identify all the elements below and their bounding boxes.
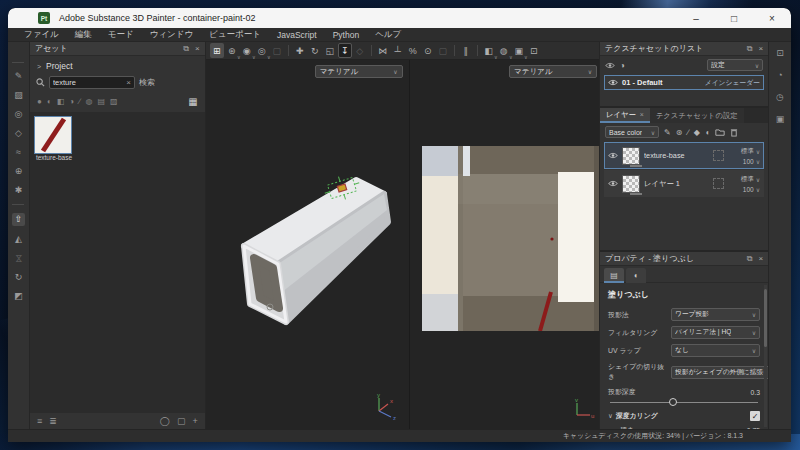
menu-viewport[interactable]: ビューポート (201, 29, 269, 41)
viewport-2d[interactable]: マテリアル ∨ (410, 60, 599, 429)
smudge-tool-icon[interactable]: ≈ (12, 147, 25, 158)
tangent-wrap-icon[interactable]: % (406, 43, 420, 58)
layer-mask-slot[interactable] (713, 150, 724, 161)
viewport-3d[interactable]: マテリアル ∨ (206, 60, 410, 429)
stamp-icon[interactable]: ⊛ (676, 128, 683, 137)
opacity-dropdown[interactable]: 100∨ (743, 186, 760, 193)
filter-textures-icon[interactable]: ▨ (110, 97, 118, 106)
texture-set-row[interactable]: 01 - Default メインシェーダー (604, 75, 764, 90)
apply-projection-icon[interactable]: ↧ (338, 43, 352, 58)
depth-culling-checkbox[interactable]: ✓ (750, 411, 760, 421)
shader-settings-icon[interactable]: ◔ (774, 70, 787, 81)
menu-javascript[interactable]: JavaScript (269, 30, 325, 40)
assets-project-row[interactable]: > Project (30, 56, 205, 74)
detail-view-icon[interactable]: ≣ (49, 416, 57, 426)
eye-icon[interactable] (605, 62, 615, 69)
asset-tile[interactable]: texture-base (34, 116, 76, 161)
popout-icon[interactable]: ⧉ (747, 254, 753, 264)
screenshot-icon[interactable]: ⊡ (527, 43, 541, 58)
sync-icon[interactable]: ◯ (160, 416, 170, 426)
delete-layer-icon[interactable] (730, 128, 738, 137)
menu-edit[interactable]: 編集 (67, 29, 100, 41)
slider-knob[interactable] (669, 398, 677, 406)
layer-thumbnail[interactable] (622, 147, 640, 165)
bake-mesh-maps-icon[interactable]: ◭ (12, 234, 25, 245)
popout-icon[interactable]: ⧉ (747, 44, 753, 54)
pause-engine-icon[interactable]: ∥ (459, 43, 473, 58)
menu-window[interactable]: ウィンドウ (142, 29, 202, 41)
scale-tool-icon[interactable]: ◱ (323, 43, 337, 58)
eraser-tool-icon[interactable]: ▨ (12, 90, 25, 101)
filter-brushes-icon[interactable]: ∕ (79, 97, 80, 106)
filter-filters-icon[interactable]: ◑ (69, 97, 74, 106)
filtering-dropdown[interactable]: バイリニア法 | HQ ∨ (671, 326, 760, 339)
filter-smart-masks-icon[interactable]: ◧ (57, 97, 65, 106)
clone-tool-icon[interactable]: ◎∨ (255, 43, 269, 58)
move-tool-icon[interactable]: ✚ (293, 43, 307, 58)
material-picker-icon[interactable]: ✎ (664, 128, 671, 137)
close-icon[interactable]: × (195, 44, 200, 53)
list-view-icon[interactable]: ≡ (37, 416, 42, 426)
filter-smart-materials-icon[interactable]: ◐ (47, 97, 52, 106)
tab-texture-set-settings[interactable]: テクスチャセットの設定 (650, 108, 744, 123)
snap-toggle-icon[interactable]: ⊙ (421, 43, 435, 58)
minimize-button[interactable]: – (677, 8, 715, 28)
texture-set-settings-dropdown[interactable]: 設定 ∨ (707, 59, 763, 71)
menu-help[interactable]: ヘルプ (367, 29, 409, 41)
transform-tool-icon[interactable]: ⊞ (210, 43, 224, 58)
material-properties-tab[interactable]: ◐ (626, 268, 646, 283)
eye-icon[interactable] (608, 152, 618, 159)
opacity-dropdown[interactable]: 100∨ (743, 158, 760, 165)
maximize-button[interactable]: □ (715, 8, 753, 28)
export-textures-icon[interactable]: ⇧ (12, 213, 25, 226)
quick-mask-tool-icon[interactable]: ⊛∨ (225, 43, 239, 58)
display-settings-icon[interactable]: ◩ (12, 291, 25, 302)
polygon-fill-tool-icon[interactable]: ◇ (12, 128, 25, 139)
import-asset-button[interactable]: + (192, 416, 197, 426)
close-tab-icon[interactable]: × (640, 111, 644, 118)
texture-set-shader[interactable]: メインシェーダー (705, 78, 760, 88)
close-icon[interactable]: × (758, 44, 763, 53)
paint-tool-icon[interactable]: ✎ (12, 71, 25, 82)
collapse-caret-icon[interactable]: ∨ (608, 412, 613, 420)
layer-row[interactable]: レイヤー 1 標準∨ 100∨ (604, 170, 764, 197)
menu-mode[interactable]: モード (100, 29, 142, 41)
asset-thumbnail[interactable] (34, 116, 72, 154)
grid-view-icon[interactable]: ▦ (188, 96, 197, 107)
mirror-toggle-icon[interactable]: ⋈ (376, 43, 390, 58)
search-input[interactable] (53, 78, 124, 87)
renderer-icon[interactable]: ▣ (774, 114, 787, 125)
layer-row[interactable]: texture-base 標準∨ 100∨ (604, 142, 764, 169)
blend-mode-dropdown[interactable]: 標準∨ (741, 147, 760, 156)
projection-tool-icon[interactable]: ◎ (12, 109, 25, 120)
projection-depth-slider[interactable] (610, 398, 758, 407)
fill-properties-tab[interactable]: ▤ (604, 268, 624, 283)
solo-channel-icon[interactable]: ◑ (620, 61, 625, 70)
camera-icon[interactable]: ▣∨ (512, 43, 526, 58)
shading-mode-select-3d[interactable]: マテリアル ∨ (315, 65, 403, 78)
fill-layer-icon[interactable]: ◆ (694, 128, 700, 137)
history-icon[interactable]: ◷ (774, 92, 787, 103)
tab-layers[interactable]: レイヤー × (600, 108, 650, 123)
menu-file[interactable]: ファイル (16, 29, 67, 41)
symmetry-toggle-icon[interactable]: ┴ (391, 43, 405, 58)
search-field[interactable]: × (49, 76, 135, 89)
environment-icon[interactable]: ◍∨ (497, 43, 511, 58)
uv-wrap-dropdown[interactable]: なし ∨ (671, 344, 760, 357)
filter-alphas-icon[interactable]: ◍ (85, 97, 92, 106)
eye-icon[interactable] (608, 79, 618, 86)
pending-tasks-icon[interactable]: ⋈ (13, 254, 24, 263)
add-group-icon[interactable] (715, 128, 725, 136)
popout-icon[interactable]: ⧉ (183, 44, 189, 54)
shape-crop-dropdown[interactable]: 投影がシェイプの外側に拡張 ∨ (671, 366, 768, 379)
resources-updater-icon[interactable]: ↻ (12, 272, 25, 283)
blend-mode-dropdown[interactable]: 標準∨ (741, 175, 760, 184)
stamp-tool-icon[interactable]: ◉∨ (240, 43, 254, 58)
layer-thumbnail[interactable] (622, 175, 640, 193)
projection-mode-dropdown[interactable]: ワープ投影 ∨ (671, 308, 760, 321)
container-model[interactable] (206, 60, 410, 429)
rotate-tool-icon[interactable]: ↻ (308, 43, 322, 58)
filter-procedurals-icon[interactable]: ▤ (97, 97, 105, 106)
close-icon[interactable]: × (758, 254, 763, 263)
display-mode-icon[interactable]: ◧∨ (482, 43, 496, 58)
